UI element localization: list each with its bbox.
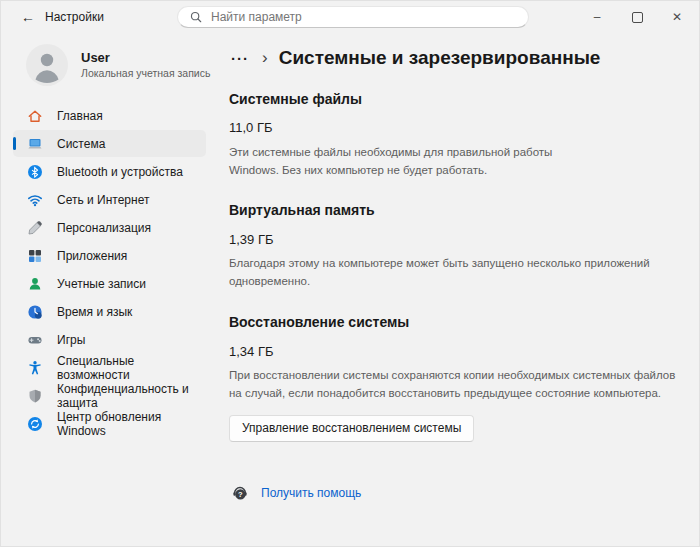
user-account-type: Локальная учетная запись <box>81 67 210 81</box>
sidebar-item-personalization[interactable]: Персонализация <box>13 214 206 241</box>
manage-system-restore-button[interactable]: Управление восстановлением системы <box>229 415 474 442</box>
accessibility-icon <box>27 360 43 376</box>
section-desc-virtual-memory: Благодаря этому на компьютере может быть… <box>229 255 679 291</box>
back-button[interactable]: ← <box>15 5 41 29</box>
sidebar-item-label: Время и язык <box>57 305 132 319</box>
maximize-icon <box>632 12 643 23</box>
windows-update-icon <box>27 416 43 432</box>
sidebar-item-label: Центр обновления Windows <box>57 410 206 438</box>
sidebar-item-privacy-security[interactable]: Конфиденциальность и защита <box>13 382 206 409</box>
section-value-system-files: 11,0 ГБ <box>229 120 679 135</box>
personalization-icon <box>27 220 43 236</box>
section-desc-system-files: Эти системные файлы необходимы для прави… <box>229 144 591 180</box>
get-help-link[interactable]: Получить помощь <box>261 486 361 500</box>
apps-icon <box>27 248 43 264</box>
search-input[interactable] <box>211 10 517 24</box>
section-heading-system-files: Системные файлы <box>229 91 679 107</box>
svg-text:?: ? <box>238 490 243 499</box>
close-icon: ✕ <box>672 10 682 24</box>
sidebar-item-label: Сеть и Интернет <box>57 193 149 207</box>
sidebar-item-windows-update[interactable]: Центр обновления Windows <box>13 410 206 437</box>
system-icon <box>27 136 43 152</box>
search-input-container[interactable] <box>177 6 529 28</box>
avatar <box>26 44 68 86</box>
minimize-button[interactable]: – <box>577 1 617 33</box>
sidebar-item-accounts[interactable]: Учетные записи <box>13 270 206 297</box>
time-language-icon <box>27 304 43 320</box>
sidebar-item-label: Специальные возможности <box>57 354 206 382</box>
user-name: User <box>81 50 210 67</box>
breadcrumb-ellipsis-button[interactable]: ··· <box>229 49 251 68</box>
sidebar-item-label: Главная <box>57 109 103 123</box>
sidebar-item-system[interactable]: Система <box>13 130 206 157</box>
bluetooth-icon <box>27 164 43 180</box>
sidebar-item-home[interactable]: Главная <box>13 102 206 129</box>
sidebar-item-bluetooth-devices[interactable]: Bluetooth и устройства <box>13 158 206 185</box>
breadcrumb: ··· › Системные и зарезервированные <box>229 47 679 70</box>
section-value-system-restore: 1,34 ГБ <box>229 344 679 359</box>
selected-indicator <box>13 137 16 150</box>
sidebar-nav: Главная Система <box>1 99 211 437</box>
user-info: User Локальная учетная запись <box>81 50 210 81</box>
maximize-button[interactable] <box>617 1 657 33</box>
get-help-icon: ? <box>231 484 249 502</box>
settings-window: ← Настройки – ✕ <box>0 0 700 547</box>
sidebar: User Локальная учетная запись Главная <box>1 33 211 546</box>
sidebar-item-time-language[interactable]: Время и язык <box>13 298 206 325</box>
sidebar-item-label: Игры <box>57 333 85 347</box>
gaming-icon <box>27 332 43 348</box>
sidebar-item-accessibility[interactable]: Специальные возможности <box>13 354 206 381</box>
main-content: ··· › Системные и зарезервированные Сист… <box>211 33 699 546</box>
accounts-icon <box>27 276 43 292</box>
help-row: ? Получить помощь <box>231 484 679 502</box>
network-icon <box>27 192 43 208</box>
user-profile[interactable]: User Локальная учетная запись <box>1 33 211 99</box>
section-value-virtual-memory: 1,39 ГБ <box>229 232 679 247</box>
sidebar-item-label: Конфиденциальность и защита <box>57 382 206 410</box>
page-title: Системные и зарезервированные <box>279 47 601 70</box>
sidebar-item-gaming[interactable]: Игры <box>13 326 206 353</box>
section-desc-system-restore: При восстановлении системы сохраняются к… <box>229 367 679 403</box>
privacy-icon <box>27 388 43 404</box>
section-heading-virtual-memory: Виртуальная память <box>229 202 679 218</box>
sidebar-item-label: Bluetooth и устройства <box>57 165 183 179</box>
chevron-right-icon: › <box>262 49 268 68</box>
window-controls: – ✕ <box>577 1 697 33</box>
sidebar-item-apps[interactable]: Приложения <box>13 242 206 269</box>
titlebar: ← Настройки – ✕ <box>1 1 699 33</box>
back-icon: ← <box>21 9 35 25</box>
sidebar-item-label: Система <box>57 137 105 151</box>
minimize-icon: – <box>594 10 601 24</box>
sidebar-item-network-internet[interactable]: Сеть и Интернет <box>13 186 206 213</box>
close-button[interactable]: ✕ <box>657 1 697 33</box>
section-heading-system-restore: Восстановление системы <box>229 314 679 330</box>
sidebar-item-label: Приложения <box>57 249 127 263</box>
home-icon <box>27 108 43 124</box>
search-icon <box>189 10 203 24</box>
sidebar-item-label: Учетные записи <box>57 277 146 291</box>
sidebar-item-label: Персонализация <box>57 221 151 235</box>
app-title: Настройки <box>45 10 104 24</box>
